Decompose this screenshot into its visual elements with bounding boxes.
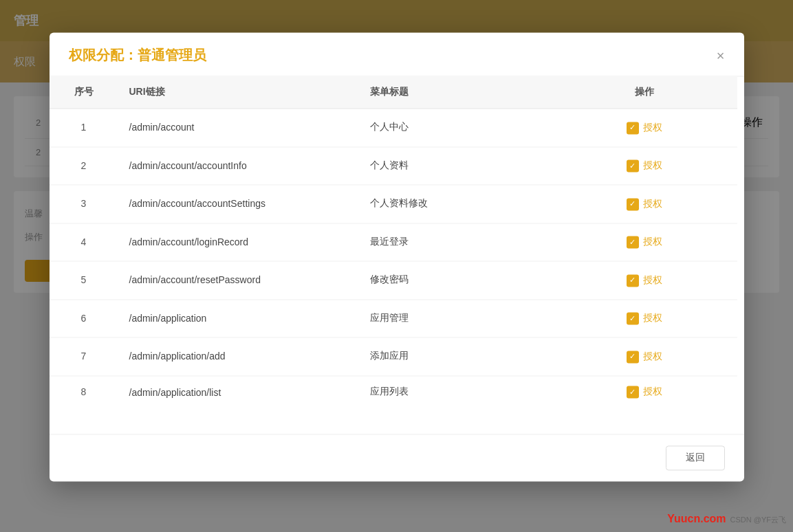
cell-uri: /admin/application bbox=[118, 299, 359, 337]
auth-checkbox-icon: ✓ bbox=[627, 274, 639, 287]
auth-button[interactable]: ✓授权 bbox=[627, 159, 662, 172]
modal-header: 权限分配：普通管理员 × bbox=[50, 32, 744, 76]
auth-label: 授权 bbox=[643, 351, 662, 363]
cell-uri: /admin/application/list bbox=[118, 375, 359, 403]
cell-seq: 6 bbox=[50, 299, 118, 337]
cell-uri: /admin/account/loginRecord bbox=[118, 223, 359, 261]
col-header-uri: URI链接 bbox=[118, 76, 359, 109]
table-row: 3/admin/account/accountSettings个人资料修改✓授权 bbox=[50, 185, 737, 223]
table-row: 4/admin/account/loginRecord最近登录✓授权 bbox=[50, 223, 737, 261]
cell-uri: /admin/account/resetPassword bbox=[118, 261, 359, 300]
table-body: 1/admin/account个人中心✓授权2/admin/account/ac… bbox=[50, 109, 737, 404]
cell-uri: /admin/account/accountSettings bbox=[118, 185, 359, 223]
cell-menu: 添加应用 bbox=[359, 337, 552, 376]
auth-checkbox-icon: ✓ bbox=[627, 351, 639, 363]
cell-seq: 3 bbox=[50, 185, 118, 223]
auth-checkbox-icon: ✓ bbox=[627, 198, 639, 210]
auth-button[interactable]: ✓授权 bbox=[627, 274, 662, 287]
cell-seq: 1 bbox=[50, 109, 118, 147]
cell-uri: /admin/account/accountInfo bbox=[118, 146, 359, 185]
table-scroll-area[interactable]: 序号 URI链接 菜单标题 操作 1/admin/account个人中心✓授权2… bbox=[50, 76, 739, 434]
return-button[interactable]: 返回 bbox=[666, 445, 725, 470]
modal-footer: 返回 bbox=[50, 434, 744, 481]
table-row: 8/admin/application/list应用列表✓授权 bbox=[50, 375, 737, 403]
table-row: 1/admin/account个人中心✓授权 bbox=[50, 109, 737, 147]
cell-menu: 应用管理 bbox=[359, 299, 552, 337]
table-row: 2/admin/account/accountInfo个人资料✓授权 bbox=[50, 146, 737, 185]
cell-menu: 个人资料 bbox=[359, 146, 552, 185]
modal-close-button[interactable]: × bbox=[717, 49, 725, 63]
auth-button[interactable]: ✓授权 bbox=[627, 386, 662, 398]
modal-title-prefix: 权限分配： bbox=[69, 47, 138, 63]
auth-checkbox-icon: ✓ bbox=[627, 122, 639, 134]
auth-label: 授权 bbox=[643, 274, 662, 287]
cell-seq: 7 bbox=[50, 337, 118, 376]
cell-action: ✓授权 bbox=[552, 146, 737, 185]
watermark-yuucn: Yuucn.com bbox=[667, 513, 726, 525]
auth-checkbox-icon: ✓ bbox=[627, 159, 639, 172]
auth-button[interactable]: ✓授权 bbox=[627, 198, 662, 210]
auth-label: 授权 bbox=[643, 312, 662, 324]
col-header-action: 操作 bbox=[552, 76, 737, 109]
cell-seq: 5 bbox=[50, 261, 118, 300]
auth-button[interactable]: ✓授权 bbox=[627, 122, 662, 134]
permissions-table: 序号 URI链接 菜单标题 操作 1/admin/account个人中心✓授权2… bbox=[50, 76, 737, 403]
cell-menu: 个人中心 bbox=[359, 109, 552, 147]
cell-seq: 4 bbox=[50, 223, 118, 261]
modal-title: 权限分配：普通管理员 bbox=[69, 46, 206, 65]
auth-button[interactable]: ✓授权 bbox=[627, 236, 662, 248]
table-row: 5/admin/account/resetPassword修改密码✓授权 bbox=[50, 261, 737, 300]
auth-checkbox-icon: ✓ bbox=[627, 386, 639, 398]
auth-label: 授权 bbox=[643, 122, 662, 134]
cell-uri: /admin/application/add bbox=[118, 337, 359, 376]
watermark-csdn: CSDN @YF云飞 bbox=[730, 515, 786, 525]
cell-menu: 修改密码 bbox=[359, 261, 552, 300]
cell-menu: 应用列表 bbox=[359, 375, 552, 403]
permissions-modal: 权限分配：普通管理员 × 序号 URI链接 菜单标题 操作 1/admin/ac… bbox=[50, 32, 744, 481]
auth-label: 授权 bbox=[643, 386, 662, 398]
auth-button[interactable]: ✓授权 bbox=[627, 351, 662, 363]
cell-uri: /admin/account bbox=[118, 109, 359, 147]
auth-label: 授权 bbox=[643, 198, 662, 210]
auth-button[interactable]: ✓授权 bbox=[627, 312, 662, 324]
table-row: 6/admin/application应用管理✓授权 bbox=[50, 299, 737, 337]
cell-action: ✓授权 bbox=[552, 261, 737, 300]
auth-checkbox-icon: ✓ bbox=[627, 236, 639, 248]
auth-label: 授权 bbox=[643, 236, 662, 248]
cell-menu: 个人资料修改 bbox=[359, 185, 552, 223]
cell-action: ✓授权 bbox=[552, 223, 737, 261]
auth-label: 授权 bbox=[643, 159, 662, 172]
cell-action: ✓授权 bbox=[552, 109, 737, 147]
modal-title-role: 普通管理员 bbox=[138, 47, 206, 63]
cell-seq: 8 bbox=[50, 375, 118, 403]
cell-action: ✓授权 bbox=[552, 375, 737, 403]
cell-seq: 2 bbox=[50, 146, 118, 185]
cell-action: ✓授权 bbox=[552, 337, 737, 376]
cell-action: ✓授权 bbox=[552, 299, 737, 337]
auth-checkbox-icon: ✓ bbox=[627, 312, 639, 324]
col-header-menu: 菜单标题 bbox=[359, 76, 552, 109]
cell-menu: 最近登录 bbox=[359, 223, 552, 261]
table-header: 序号 URI链接 菜单标题 操作 bbox=[50, 76, 737, 109]
watermark: Yuucn.com CSDN @YF云飞 bbox=[667, 513, 786, 525]
col-header-seq: 序号 bbox=[50, 76, 118, 109]
cell-action: ✓授权 bbox=[552, 185, 737, 223]
modal-body: 序号 URI链接 菜单标题 操作 1/admin/account个人中心✓授权2… bbox=[50, 76, 744, 434]
table-row: 7/admin/application/add添加应用✓授权 bbox=[50, 337, 737, 376]
